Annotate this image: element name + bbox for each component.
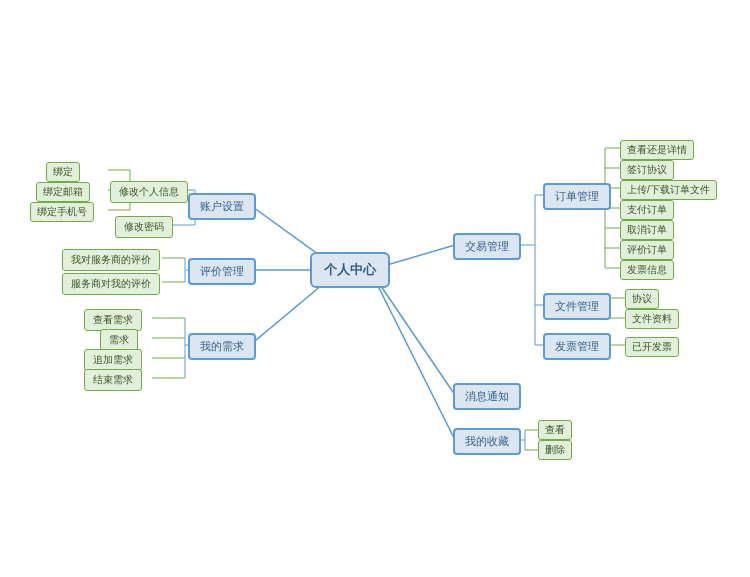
- node-file-manage[interactable]: 文件管理: [543, 293, 611, 320]
- node-bind-email[interactable]: 绑定邮箱: [36, 182, 90, 202]
- node-message-notify[interactable]: 消息通知: [453, 383, 521, 410]
- change-password-label: 修改密码: [124, 220, 164, 234]
- node-trade-manage[interactable]: 交易管理: [453, 233, 521, 260]
- node-order-manage[interactable]: 订单管理: [543, 183, 611, 210]
- node-bind[interactable]: 绑定: [46, 162, 80, 182]
- node-review-manage[interactable]: 评价管理: [188, 258, 256, 285]
- my-demands-label: 我的需求: [200, 339, 244, 354]
- node-cancel-order[interactable]: 取消订单: [620, 220, 674, 240]
- edit-profile-label: 修改个人信息: [119, 185, 179, 199]
- node-pay-order[interactable]: 支付订单: [620, 200, 674, 220]
- add-demand-label: 追加需求: [93, 353, 133, 367]
- node-review-order[interactable]: 评价订单: [620, 240, 674, 260]
- node-order-detail[interactable]: 查看还是详情: [620, 140, 694, 160]
- fav-delete-label: 删除: [545, 443, 565, 457]
- node-end-demand[interactable]: 结束需求: [84, 369, 142, 391]
- node-issued-invoice[interactable]: 已开发票: [625, 337, 679, 357]
- trade-manage-label: 交易管理: [465, 239, 509, 254]
- node-their-review[interactable]: 服务商对我的评价: [62, 273, 160, 295]
- cancel-order-label: 取消订单: [627, 223, 667, 237]
- node-demand[interactable]: 需求: [100, 329, 138, 351]
- view-demand-label: 查看需求: [93, 313, 133, 327]
- order-detail-label: 查看还是详情: [627, 143, 687, 157]
- fapiao-manage-label: 发票管理: [555, 339, 599, 354]
- issued-invoice-label: 已开发票: [632, 340, 672, 354]
- account-settings-label: 账户设置: [200, 199, 244, 214]
- node-invoice-info[interactable]: 发票信息: [620, 260, 674, 280]
- order-manage-label: 订单管理: [555, 189, 599, 204]
- file-data-label: 文件资料: [632, 312, 672, 326]
- demand-label: 需求: [109, 333, 129, 347]
- center-node[interactable]: 个人中心: [310, 252, 390, 288]
- pay-order-label: 支付订单: [627, 203, 667, 217]
- fav-view-label: 查看: [545, 423, 565, 437]
- their-review-label: 服务商对我的评价: [71, 277, 151, 291]
- node-account-settings[interactable]: 账户设置: [188, 193, 256, 220]
- bind-phone-label: 绑定手机号: [37, 205, 87, 219]
- mindmap: 个人中心 账户设置 修改个人信息 修改密码 绑定 绑定邮箱 绑定手机号 评价管理…: [0, 0, 750, 577]
- end-demand-label: 结束需求: [93, 373, 133, 387]
- invoice-info-label: 发票信息: [627, 263, 667, 277]
- node-upload-file[interactable]: 上传/下载订单文件: [620, 180, 717, 200]
- bind-label: 绑定: [53, 165, 73, 179]
- message-notify-label: 消息通知: [465, 389, 509, 404]
- agreement-label: 协议: [632, 292, 652, 306]
- node-fav-delete[interactable]: 删除: [538, 440, 572, 460]
- node-my-review[interactable]: 我对服务商的评价: [62, 249, 160, 271]
- node-fav-view[interactable]: 查看: [538, 420, 572, 440]
- my-favorites-label: 我的收藏: [465, 434, 509, 449]
- svg-line-23: [370, 270, 455, 395]
- node-my-demands[interactable]: 我的需求: [188, 333, 256, 360]
- node-view-demand[interactable]: 查看需求: [84, 309, 142, 331]
- node-sign-agreement[interactable]: 签订协议: [620, 160, 674, 180]
- file-manage-label: 文件管理: [555, 299, 599, 314]
- node-add-demand[interactable]: 追加需求: [84, 349, 142, 371]
- node-file-data[interactable]: 文件资料: [625, 309, 679, 329]
- center-label: 个人中心: [324, 261, 376, 279]
- sign-agreement-label: 签订协议: [627, 163, 667, 177]
- bind-email-label: 绑定邮箱: [43, 185, 83, 199]
- node-bind-phone[interactable]: 绑定手机号: [30, 202, 94, 222]
- node-my-favorites[interactable]: 我的收藏: [453, 428, 521, 455]
- svg-line-24: [370, 270, 455, 440]
- node-change-password[interactable]: 修改密码: [115, 216, 173, 238]
- node-fapiao-manage[interactable]: 发票管理: [543, 333, 611, 360]
- my-review-label: 我对服务商的评价: [71, 253, 151, 267]
- review-manage-label: 评价管理: [200, 264, 244, 279]
- upload-file-label: 上传/下载订单文件: [627, 183, 710, 197]
- review-order-label: 评价订单: [627, 243, 667, 257]
- node-edit-profile[interactable]: 修改个人信息: [110, 181, 188, 203]
- node-agreement[interactable]: 协议: [625, 289, 659, 309]
